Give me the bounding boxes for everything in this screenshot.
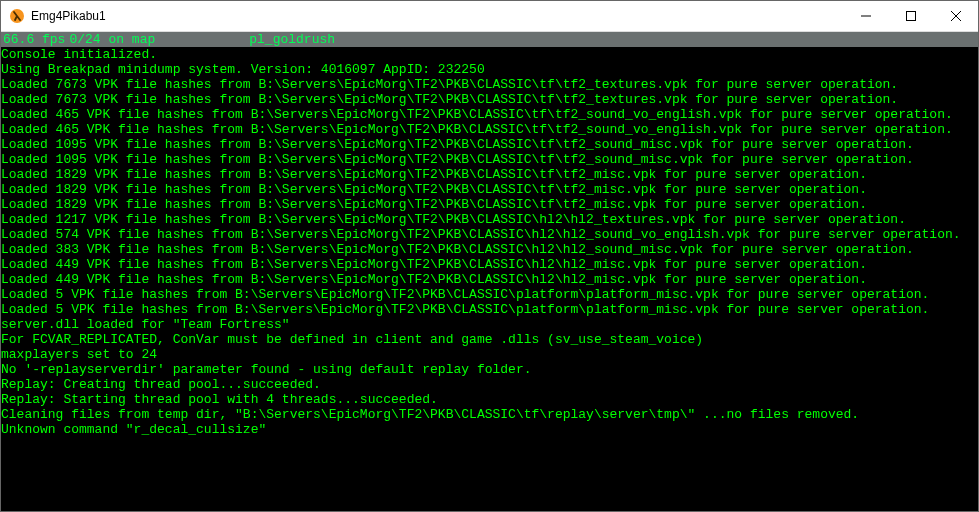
status-fps: 66.6 fps [3, 32, 65, 47]
console-line: Loaded 7673 VPK file hashes from B:\Serv… [1, 77, 978, 92]
console-line: Cleaning files from temp dir, "B:\Server… [1, 407, 978, 422]
console-line: Loaded 574 VPK file hashes from B:\Serve… [1, 227, 978, 242]
svg-rect-2 [906, 12, 915, 21]
console-line: Loaded 7673 VPK file hashes from B:\Serv… [1, 92, 978, 107]
console-line: Loaded 1829 VPK file hashes from B:\Serv… [1, 182, 978, 197]
console-line: Replay: Starting thread pool with 4 thre… [1, 392, 978, 407]
minimize-button[interactable] [843, 1, 888, 31]
console-line: Console initialized. [1, 47, 978, 62]
console-line: For FCVAR_REPLICATED, ConVar must be def… [1, 332, 978, 347]
window-controls [843, 1, 978, 31]
console-line: Loaded 465 VPK file hashes from B:\Serve… [1, 122, 978, 137]
console-line: Using Breakpad minidump system. Version:… [1, 62, 978, 77]
console-line: Replay: Creating thread pool...succeeded… [1, 377, 978, 392]
status-line: 66.6 fps 0/24 on map pl_goldrush [1, 32, 978, 47]
maximize-button[interactable] [888, 1, 933, 31]
console-body[interactable]: 66.6 fps 0/24 on map pl_goldrush Console… [1, 32, 978, 511]
console-line: Loaded 449 VPK file hashes from B:\Serve… [1, 257, 978, 272]
app-icon [9, 8, 25, 24]
console-line: Unknown command "r_decal_cullsize" [1, 422, 978, 437]
console-line: server.dll loaded for "Team Fortress" [1, 317, 978, 332]
status-map: pl_goldrush [249, 32, 335, 47]
console-line: Loaded 1829 VPK file hashes from B:\Serv… [1, 197, 978, 212]
console-line: Loaded 1095 VPK file hashes from B:\Serv… [1, 152, 978, 167]
console-line: Loaded 1217 VPK file hashes from B:\Serv… [1, 212, 978, 227]
console-line: Loaded 449 VPK file hashes from B:\Serve… [1, 272, 978, 287]
console-window: Emg4Pikabu1 66.6 fps 0/24 on map pl_gold… [0, 0, 979, 512]
console-line: maxplayers set to 24 [1, 347, 978, 362]
console-output: Console initialized.Using Breakpad minid… [1, 47, 978, 437]
window-title: Emg4Pikabu1 [31, 9, 843, 23]
titlebar[interactable]: Emg4Pikabu1 [1, 1, 978, 32]
console-line: Loaded 5 VPK file hashes from B:\Servers… [1, 287, 978, 302]
console-line: Loaded 5 VPK file hashes from B:\Servers… [1, 302, 978, 317]
status-on-map: 0/24 on map [69, 32, 155, 47]
console-line: Loaded 383 VPK file hashes from B:\Serve… [1, 242, 978, 257]
console-line: No '-replayserverdir' parameter found - … [1, 362, 978, 377]
close-button[interactable] [933, 1, 978, 31]
console-line: Loaded 1829 VPK file hashes from B:\Serv… [1, 167, 978, 182]
console-line: Loaded 465 VPK file hashes from B:\Serve… [1, 107, 978, 122]
console-line: Loaded 1095 VPK file hashes from B:\Serv… [1, 137, 978, 152]
